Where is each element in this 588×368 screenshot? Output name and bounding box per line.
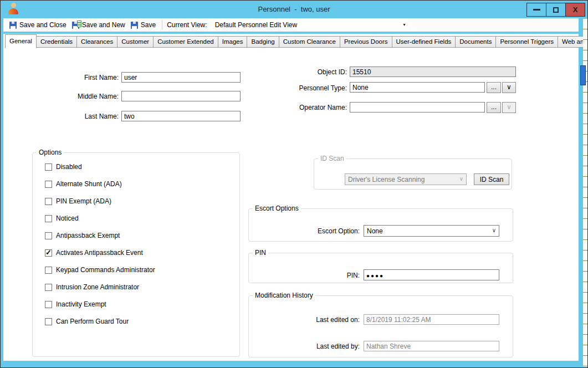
first-name-input[interactable] (121, 72, 241, 83)
last-edited-on-label: Last edited on: (249, 316, 360, 324)
id-scan-type-select: Driver's License Scanning ∨ (345, 173, 467, 185)
operator-name-dropdown-button: ∨ (502, 102, 516, 113)
checkbox-pin-exempt-ada[interactable] (45, 198, 52, 205)
option-row-antipassback-exempt: Antipassback Exempt (45, 231, 239, 241)
last-edited-by-label: Last edited by: (249, 343, 360, 350)
last-edited-on-input (364, 314, 499, 325)
toolbar-separator (162, 20, 162, 30)
tab-user-defined-fields[interactable]: User-defined Fields (392, 36, 456, 48)
tab-badging[interactable]: Badging (247, 36, 279, 48)
title-bar: Personnel - two, user X (1, 1, 587, 18)
save-label: Save (141, 21, 156, 29)
tab-custom-clearance[interactable]: Custom Clearance (279, 36, 340, 48)
tab-personnel-triggers[interactable]: Personnel Triggers (495, 36, 558, 48)
personnel-type-label: Personnel Type: (269, 84, 347, 92)
checkbox-inactivity-exempt[interactable] (45, 301, 52, 308)
save-and-new-button[interactable]: Save and New (69, 20, 128, 30)
last-name-input[interactable] (121, 111, 241, 121)
escort-options-title: Escort Options (253, 205, 301, 212)
window-controls: X (527, 3, 585, 17)
middle-name-label: Middle Name: (48, 93, 119, 100)
pin-label: PIN: (249, 272, 360, 279)
first-name-label: First Name: (48, 74, 119, 81)
options-groupbox: Options DisabledAlternate Shunt (ADA)PIN… (32, 149, 240, 357)
maximize-icon (553, 7, 559, 13)
personnel-edit-window: Personnel - two, user X Save and Close S… (0, 0, 588, 368)
operator-name-browse-button[interactable]: ... (487, 102, 501, 113)
middle-name-input[interactable] (121, 91, 241, 101)
checkbox-can-perform-guard-tour[interactable] (45, 318, 52, 325)
pin-groupbox: PIN PIN: (248, 249, 513, 283)
checkbox-noticed[interactable] (45, 215, 52, 222)
tab-documents[interactable]: Documents (455, 36, 496, 48)
checkbox-label-intrusion-zone-administrator: Intrusion Zone Administrator (56, 283, 139, 291)
id-scan-title: ID Scan (318, 155, 346, 162)
object-id-input (350, 67, 516, 77)
window-title: Personnel - two, user (1, 5, 587, 13)
save-and-close-label: Save and Close (19, 21, 67, 29)
background-scrollbar-thumb[interactable] (580, 65, 586, 85)
pin-title: PIN (253, 249, 268, 257)
save-icon (9, 22, 17, 29)
pin-input[interactable] (364, 269, 499, 280)
minimize-button[interactable] (526, 3, 546, 17)
tab-strip: GeneralCredentialsClearancesCustomerCust… (3, 34, 579, 48)
chevron-down-icon: ∨ (459, 176, 463, 182)
checkbox-disabled[interactable] (45, 163, 52, 171)
maximize-button[interactable] (546, 3, 566, 17)
checkbox-keypad-commands-administrator[interactable] (45, 267, 52, 274)
current-view-label: Current View: (167, 21, 207, 29)
personnel-type-input[interactable] (350, 82, 485, 93)
personnel-type-browse-button[interactable]: ... (487, 82, 501, 93)
current-view-value: Default Personnel Edit View (215, 21, 298, 29)
operator-name-input[interactable] (350, 102, 485, 113)
checkbox-intrusion-zone-administrator[interactable] (45, 284, 52, 291)
tab-images[interactable]: Images (218, 36, 248, 48)
toolbar: Save and Close Save and New Save Current… (3, 18, 579, 32)
save-icon (131, 22, 138, 29)
escort-option-label: Escort Option: (249, 227, 360, 235)
option-row-keypad-commands-administrator: Keypad Commands Administrator (45, 265, 239, 275)
checkbox-label-antipassback-exempt: Antipassback Exempt (56, 232, 120, 239)
last-name-label: Last Name: (48, 113, 119, 120)
option-row-inactivity-exempt: Inactivity Exempt (45, 299, 239, 309)
general-tab-panel: First Name: Middle Name: Last Name: Obje… (3, 48, 579, 361)
tab-clearances[interactable]: Clearances (76, 36, 117, 48)
chevron-down-icon: ∨ (492, 227, 496, 233)
chevron-down-icon: ▾ (403, 22, 406, 27)
checkbox-label-noticed: Noticed (56, 214, 79, 222)
option-row-noticed: Noticed (45, 213, 239, 223)
escort-option-value: None (367, 227, 383, 235)
option-row-activates-antipassback-event: Activates Antipassback Event (45, 248, 239, 258)
option-row-disabled: Disabled (45, 162, 239, 172)
checkbox-activates-antipassback-event[interactable] (45, 249, 52, 257)
escort-option-select[interactable]: None ∨ (364, 225, 499, 237)
options-checkbox-list: DisabledAlternate Shunt (ADA)PIN Exempt … (33, 156, 239, 326)
id-scan-button[interactable]: ID Scan (474, 173, 509, 185)
option-row-can-perform-guard-tour: Can Perform Guard Tour (45, 316, 239, 326)
save-and-new-label: Save and New (82, 21, 125, 29)
checkbox-label-pin-exempt-ada: PIN Exempt (ADA) (56, 197, 111, 205)
tab-customer[interactable]: Customer (117, 36, 154, 48)
option-row-alternate-shunt-ada: Alternate Shunt (ADA) (45, 179, 239, 189)
tab-customer-extended[interactable]: Customer Extended (153, 36, 218, 48)
save-and-new-icon (72, 22, 79, 29)
checkbox-label-keypad-commands-administrator: Keypad Commands Administrator (56, 266, 155, 274)
save-button[interactable]: Save (128, 20, 158, 30)
personnel-type-dropdown-button[interactable]: ∨ (502, 82, 516, 93)
tab-general[interactable]: General (5, 34, 37, 48)
close-button[interactable]: X (565, 3, 585, 17)
minimize-icon (533, 9, 540, 11)
checkbox-alternate-shunt-ada[interactable] (45, 181, 52, 188)
modification-history-groupbox: Modification History Last edited on: Las… (248, 292, 513, 357)
id-scan-type-value: Driver's License Scanning (348, 176, 425, 183)
tab-credentials[interactable]: Credentials (36, 36, 77, 48)
save-and-close-button[interactable]: Save and Close (7, 20, 69, 30)
checkbox-antipassback-exempt[interactable] (45, 232, 52, 239)
tab-previous-doors[interactable]: Previous Doors (340, 36, 392, 48)
option-row-intrusion-zone-administrator: Intrusion Zone Administrator (45, 282, 239, 292)
id-scan-groupbox: ID Scan Driver's License Scanning ∨ ID S… (314, 155, 512, 190)
modification-history-title: Modification History (253, 292, 315, 299)
current-view-combobox[interactable]: Default Personnel Edit View ▾ (212, 19, 409, 30)
options-title: Options (37, 149, 64, 156)
